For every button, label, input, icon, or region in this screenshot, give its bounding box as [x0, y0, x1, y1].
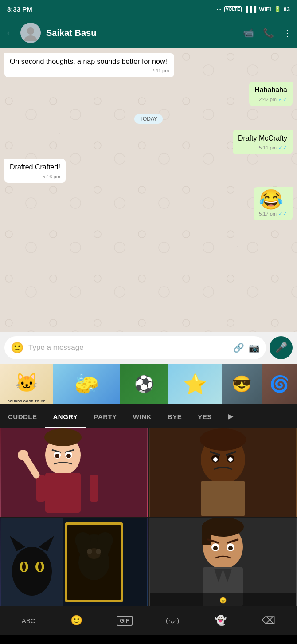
svg-point-13 — [66, 454, 71, 458]
volte-icon: VOLTE — [224, 6, 242, 12]
svg-rect-5 — [36, 475, 45, 502]
svg-point-53 — [213, 546, 218, 550]
ghost-icon: 👻 — [215, 615, 227, 626]
status-indicators: ··· VOLTE ▐▐▐ WiFi 🔋 83 — [217, 6, 290, 12]
svg-point-18 — [200, 428, 246, 451]
voice-call-icon[interactable]: 📞 — [263, 27, 274, 38]
svg-rect-48 — [202, 525, 211, 545]
header-actions: 📹 📞 ⋮ — [243, 27, 292, 38]
camera-icon[interactable]: 📷 — [249, 342, 260, 353]
message-input-container[interactable]: 🙂 Type a message 🔗 📷 — [4, 336, 266, 359]
message-time: 5:16 pm — [43, 173, 60, 180]
svg-point-43 — [87, 549, 92, 554]
gif-placeholder — [149, 428, 297, 517]
sticker-item[interactable]: 🐱 — [0, 364, 53, 404]
svg-point-31 — [12, 547, 52, 596]
message-text: Drafty McCrafty — [238, 134, 287, 143]
message-bubble: On second thoughts, a nap sounds better … — [4, 53, 174, 77]
tab-angry[interactable]: ANGRY — [45, 404, 86, 428]
keyboard-backspace-button[interactable]: ⌫ — [245, 615, 293, 626]
gif-grid: 😠 — [0, 428, 297, 606]
keyboard-sticker-button[interactable]: (·ᴗ·) — [148, 616, 196, 625]
abc-label: ABC — [22, 617, 35, 624]
svg-rect-4 — [45, 473, 81, 513]
gif-placeholder: 😠 — [149, 518, 297, 606]
keyboard-emoji-button[interactable]: 🙂 — [52, 615, 100, 626]
back-button[interactable]: ← — [5, 27, 15, 39]
tab-cuddle[interactable]: CUDDLE — [0, 404, 45, 428]
more-options-icon[interactable]: ⋮ — [283, 27, 292, 38]
tab-party[interactable]: PARTY — [86, 404, 125, 428]
network-icon: ··· — [217, 6, 222, 12]
message-row: Drafty McCrafty 5:11 pm ✓✓ — [4, 130, 293, 154]
gif-item[interactable] — [0, 428, 148, 517]
message-row: 😂 5:17 pm ✓✓ — [4, 187, 293, 220]
chat-header: ← Saikat Basu 📹 📞 ⋮ — [0, 18, 297, 48]
signal-icon: ▐▐▐ — [244, 6, 257, 12]
back-nav-button[interactable]: ■ — [234, 642, 241, 644]
message-text: Hahahaha — [254, 85, 287, 95]
emoji-picker-button[interactable]: 🙂 — [11, 342, 24, 354]
gif-placeholder — [0, 518, 148, 606]
gif-placeholder — [0, 428, 148, 517]
sticker-item[interactable]: 🧽 — [53, 364, 120, 404]
mic-button[interactable]: 🎤 — [270, 336, 293, 359]
tab-wink[interactable]: WINK — [125, 404, 160, 428]
tab-bye[interactable]: BYE — [160, 404, 190, 428]
keyboard-abc-button[interactable]: ABC — [4, 617, 52, 624]
message-meta: 5:11 pm ✓✓ — [238, 144, 287, 152]
battery-icon: 🔋 — [274, 6, 281, 12]
message-row: Drafted Crafted! 5:16 pm — [4, 159, 293, 183]
message-input-area: 🙂 Type a message 🔗 📷 🎤 — [0, 332, 297, 364]
svg-point-12 — [55, 454, 59, 458]
keyboard-ghost-button[interactable]: 👻 — [196, 615, 244, 626]
status-bar: 8:33 PM ··· VOLTE ▐▐▐ WiFi 🔋 83 — [0, 0, 297, 18]
svg-rect-25 — [201, 481, 245, 516]
svg-text:😠: 😠 — [219, 597, 227, 604]
date-label: TODAY — [134, 114, 163, 124]
message-bubble: Drafty McCrafty 5:11 pm ✓✓ — [233, 130, 293, 154]
keyboard-gif-button[interactable]: GIF — [101, 616, 148, 626]
attachment-icon[interactable]: 🔗 — [233, 342, 244, 353]
message-meta: 2:41 pm — [10, 67, 169, 74]
svg-point-1 — [24, 35, 37, 41]
category-tabs: CUDDLE ANGRY PARTY WINK BYE YES ▶ — [0, 404, 297, 428]
date-divider: TODAY — [4, 114, 293, 124]
message-text: Drafted Crafted! — [10, 162, 60, 172]
message-row: On second thoughts, a nap sounds better … — [4, 53, 293, 77]
svg-point-40 — [75, 532, 91, 548]
read-ticks: ✓✓ — [278, 96, 287, 103]
recents-nav-button[interactable]: ▶ — [57, 642, 65, 644]
message-text: On second thoughts, a nap sounds better … — [10, 57, 169, 67]
sticker-item[interactable]: 😎 — [222, 364, 262, 404]
chat-messages: On second thoughts, a nap sounds better … — [0, 48, 297, 332]
message-time: 2:41 pm — [152, 67, 169, 74]
svg-point-36 — [22, 562, 26, 571]
gif-label: GIF — [117, 616, 133, 626]
sticker-item[interactable]: 🌀 — [262, 364, 297, 404]
gif-item[interactable]: 😠 — [149, 518, 297, 606]
backspace-icon: ⌫ — [262, 615, 275, 626]
svg-point-15 — [18, 450, 28, 460]
message-bubble: Hahahaha 2:42 pm ✓✓ — [249, 82, 293, 106]
message-time: 5:11 pm — [259, 145, 277, 151]
battery-level: 83 — [284, 6, 290, 12]
message-time: 2:42 pm — [259, 96, 277, 103]
svg-point-24 — [228, 457, 233, 462]
gif-item[interactable] — [0, 518, 148, 606]
tab-more[interactable]: ▶ — [220, 404, 242, 428]
home-nav-button[interactable]: ⏺ — [143, 641, 156, 644]
tab-yes[interactable]: YES — [190, 404, 220, 428]
sticker-item[interactable]: ⭐ — [168, 364, 222, 404]
status-time: 8:33 PM — [7, 5, 32, 13]
video-call-icon[interactable]: 📹 — [243, 27, 254, 38]
gif-item[interactable] — [149, 428, 297, 517]
contact-name[interactable]: Saikat Basu — [46, 28, 238, 38]
message-input[interactable]: Type a message — [28, 343, 229, 352]
message-time: 5:17 pm — [259, 211, 277, 217]
svg-rect-6 — [90, 475, 98, 502]
sticker-item[interactable]: ⚽ — [120, 364, 168, 404]
sticker-label: (·ᴗ·) — [166, 616, 180, 625]
message-bubble: 😂 5:17 pm ✓✓ — [254, 187, 293, 220]
message-meta: 2:42 pm ✓✓ — [254, 96, 287, 103]
